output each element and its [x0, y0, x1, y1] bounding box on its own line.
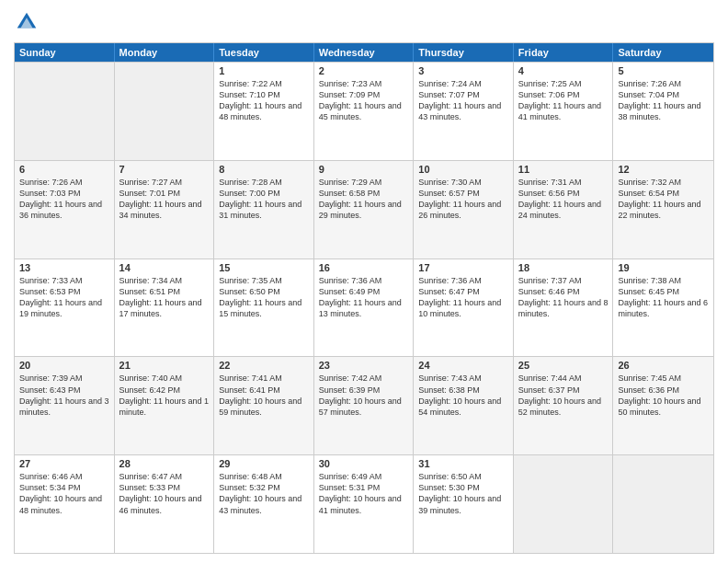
cell-details: Sunrise: 6:49 AM Sunset: 5:31 PM Dayligh…	[319, 471, 409, 516]
day-cell-18: 18Sunrise: 7:37 AM Sunset: 6:46 PM Dayli…	[514, 259, 614, 357]
header	[14, 9, 714, 35]
day-number: 16	[319, 262, 409, 273]
calendar-row-3: 13Sunrise: 7:33 AM Sunset: 6:53 PM Dayli…	[15, 259, 713, 357]
day-cell-9: 9Sunrise: 7:29 AM Sunset: 6:58 PM Daylig…	[314, 161, 415, 259]
day-cell-15: 15Sunrise: 7:35 AM Sunset: 6:50 PM Dayli…	[214, 259, 314, 357]
day-cell-28: 28Sunrise: 6:47 AM Sunset: 5:33 PM Dayli…	[115, 455, 215, 553]
day-cell-30: 30Sunrise: 6:49 AM Sunset: 5:31 PM Dayli…	[314, 455, 415, 553]
cell-details: Sunrise: 7:40 AM Sunset: 6:42 PM Dayligh…	[119, 373, 210, 418]
cell-details: Sunrise: 7:28 AM Sunset: 7:00 PM Dayligh…	[219, 177, 309, 222]
day-header-tuesday: Tuesday	[214, 43, 314, 62]
cell-details: Sunrise: 7:41 AM Sunset: 6:41 PM Dayligh…	[219, 373, 309, 418]
day-cell-5: 5Sunrise: 7:26 AM Sunset: 7:04 PM Daylig…	[613, 63, 713, 160]
cell-details: Sunrise: 7:24 AM Sunset: 7:07 PM Dayligh…	[418, 78, 508, 123]
day-cell-24: 24Sunrise: 7:43 AM Sunset: 6:38 PM Dayli…	[414, 357, 514, 454]
day-cell-8: 8Sunrise: 7:28 AM Sunset: 7:00 PM Daylig…	[214, 161, 314, 259]
day-number: 2	[319, 65, 409, 76]
day-number: 24	[418, 360, 508, 371]
day-cell-12: 12Sunrise: 7:32 AM Sunset: 6:54 PM Dayli…	[613, 161, 713, 259]
cell-details: Sunrise: 7:43 AM Sunset: 6:38 PM Dayligh…	[418, 373, 508, 418]
day-number: 10	[418, 164, 508, 175]
cell-details: Sunrise: 7:42 AM Sunset: 6:39 PM Dayligh…	[319, 373, 409, 418]
day-number: 15	[219, 262, 309, 273]
calendar-row-4: 20Sunrise: 7:39 AM Sunset: 6:43 PM Dayli…	[15, 356, 713, 454]
day-header-sunday: Sunday	[15, 43, 115, 62]
day-header-saturday: Saturday	[613, 43, 713, 62]
cell-details: Sunrise: 7:33 AM Sunset: 6:53 PM Dayligh…	[19, 275, 109, 320]
day-cell-21: 21Sunrise: 7:40 AM Sunset: 6:42 PM Dayli…	[115, 357, 215, 454]
cell-details: Sunrise: 7:23 AM Sunset: 7:09 PM Dayligh…	[319, 78, 409, 123]
cell-details: Sunrise: 7:26 AM Sunset: 7:03 PM Dayligh…	[19, 177, 109, 222]
day-number: 14	[119, 262, 210, 273]
day-number: 1	[219, 65, 309, 76]
cell-details: Sunrise: 7:44 AM Sunset: 6:37 PM Dayligh…	[518, 373, 609, 418]
calendar-row-5: 27Sunrise: 6:46 AM Sunset: 5:34 PM Dayli…	[15, 454, 713, 553]
empty-cell	[613, 455, 713, 553]
calendar-row-1: 1Sunrise: 7:22 AM Sunset: 7:10 PM Daylig…	[15, 62, 713, 160]
cell-details: Sunrise: 7:45 AM Sunset: 6:36 PM Dayligh…	[618, 373, 709, 418]
day-number: 21	[119, 360, 210, 371]
day-cell-23: 23Sunrise: 7:42 AM Sunset: 6:39 PM Dayli…	[314, 357, 415, 454]
day-cell-1: 1Sunrise: 7:22 AM Sunset: 7:10 PM Daylig…	[214, 63, 314, 160]
day-cell-17: 17Sunrise: 7:36 AM Sunset: 6:47 PM Dayli…	[414, 259, 514, 357]
day-number: 22	[219, 360, 309, 371]
cell-details: Sunrise: 6:48 AM Sunset: 5:32 PM Dayligh…	[219, 471, 309, 516]
day-cell-25: 25Sunrise: 7:44 AM Sunset: 6:37 PM Dayli…	[514, 357, 614, 454]
day-header-wednesday: Wednesday	[314, 43, 415, 62]
day-number: 9	[319, 164, 409, 175]
day-cell-31: 31Sunrise: 6:50 AM Sunset: 5:30 PM Dayli…	[414, 455, 514, 553]
day-header-thursday: Thursday	[414, 43, 514, 62]
day-cell-19: 19Sunrise: 7:38 AM Sunset: 6:45 PM Dayli…	[613, 259, 713, 357]
day-number: 20	[19, 360, 109, 371]
cell-details: Sunrise: 6:50 AM Sunset: 5:30 PM Dayligh…	[418, 471, 508, 516]
day-cell-10: 10Sunrise: 7:30 AM Sunset: 6:57 PM Dayli…	[414, 161, 514, 259]
cell-details: Sunrise: 6:47 AM Sunset: 5:33 PM Dayligh…	[119, 471, 210, 516]
cell-details: Sunrise: 7:39 AM Sunset: 6:43 PM Dayligh…	[19, 373, 109, 418]
day-cell-27: 27Sunrise: 6:46 AM Sunset: 5:34 PM Dayli…	[15, 455, 115, 553]
day-cell-4: 4Sunrise: 7:25 AM Sunset: 7:06 PM Daylig…	[514, 63, 614, 160]
day-number: 23	[319, 360, 409, 371]
cell-details: Sunrise: 7:25 AM Sunset: 7:06 PM Dayligh…	[518, 78, 609, 123]
day-cell-7: 7Sunrise: 7:27 AM Sunset: 7:01 PM Daylig…	[115, 161, 215, 259]
cell-details: Sunrise: 7:30 AM Sunset: 6:57 PM Dayligh…	[418, 177, 508, 222]
day-cell-3: 3Sunrise: 7:24 AM Sunset: 7:07 PM Daylig…	[414, 63, 514, 160]
day-cell-11: 11Sunrise: 7:31 AM Sunset: 6:56 PM Dayli…	[514, 161, 614, 259]
day-header-monday: Monday	[115, 43, 215, 62]
day-cell-26: 26Sunrise: 7:45 AM Sunset: 6:36 PM Dayli…	[613, 357, 713, 454]
day-number: 17	[418, 262, 508, 273]
day-number: 8	[219, 164, 309, 175]
day-number: 6	[19, 164, 109, 175]
day-number: 18	[518, 262, 609, 273]
cell-details: Sunrise: 7:32 AM Sunset: 6:54 PM Dayligh…	[618, 177, 709, 222]
day-number: 5	[618, 65, 709, 76]
day-cell-20: 20Sunrise: 7:39 AM Sunset: 6:43 PM Dayli…	[15, 357, 115, 454]
day-number: 29	[219, 458, 309, 469]
logo-icon	[14, 9, 40, 35]
day-cell-6: 6Sunrise: 7:26 AM Sunset: 7:03 PM Daylig…	[15, 161, 115, 259]
calendar-row-2: 6Sunrise: 7:26 AM Sunset: 7:03 PM Daylig…	[15, 160, 713, 259]
day-cell-14: 14Sunrise: 7:34 AM Sunset: 6:51 PM Dayli…	[115, 259, 215, 357]
cell-details: Sunrise: 7:36 AM Sunset: 6:47 PM Dayligh…	[418, 275, 508, 320]
day-cell-13: 13Sunrise: 7:33 AM Sunset: 6:53 PM Dayli…	[15, 259, 115, 357]
cell-details: Sunrise: 7:27 AM Sunset: 7:01 PM Dayligh…	[119, 177, 210, 222]
logo	[14, 9, 43, 35]
cell-details: Sunrise: 7:34 AM Sunset: 6:51 PM Dayligh…	[119, 275, 210, 320]
day-number: 25	[518, 360, 609, 371]
day-number: 31	[418, 458, 508, 469]
cell-details: Sunrise: 7:37 AM Sunset: 6:46 PM Dayligh…	[518, 275, 609, 320]
day-number: 7	[119, 164, 210, 175]
calendar-body: 1Sunrise: 7:22 AM Sunset: 7:10 PM Daylig…	[15, 62, 713, 553]
empty-cell	[115, 63, 215, 160]
cell-details: Sunrise: 7:38 AM Sunset: 6:45 PM Dayligh…	[618, 275, 709, 320]
empty-cell	[15, 63, 115, 160]
calendar-header: SundayMondayTuesdayWednesdayThursdayFrid…	[15, 43, 713, 62]
day-number: 30	[319, 458, 409, 469]
day-number: 13	[19, 262, 109, 273]
day-number: 3	[418, 65, 508, 76]
day-number: 26	[618, 360, 709, 371]
calendar: SundayMondayTuesdayWednesdayThursdayFrid…	[14, 42, 714, 554]
day-number: 4	[518, 65, 609, 76]
cell-details: Sunrise: 7:22 AM Sunset: 7:10 PM Dayligh…	[219, 78, 309, 123]
empty-cell	[514, 455, 614, 553]
cell-details: Sunrise: 7:26 AM Sunset: 7:04 PM Dayligh…	[618, 78, 709, 123]
